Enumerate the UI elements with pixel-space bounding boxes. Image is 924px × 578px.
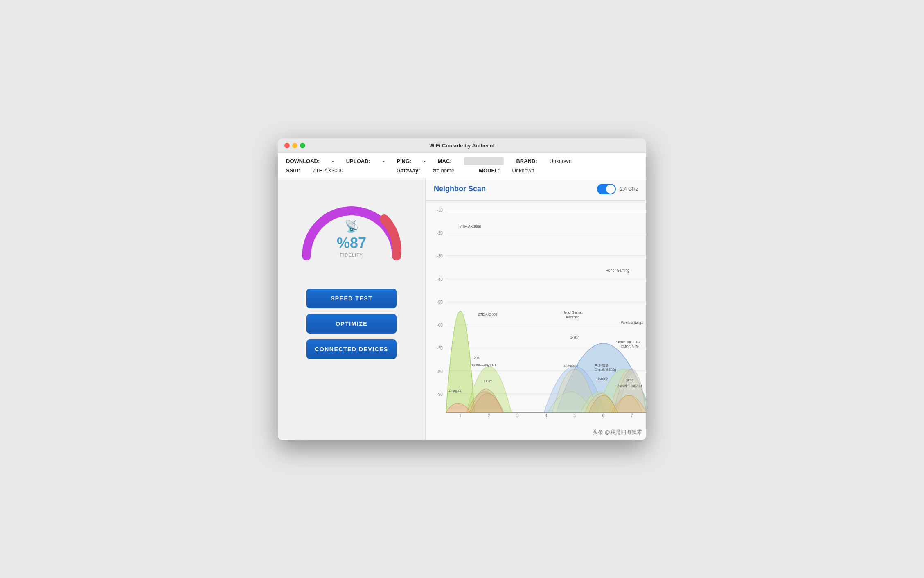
ping-label: PING:	[397, 158, 411, 164]
right-panel: Neighbor Scan 2.4 GHz -10 -20 -30 -40	[425, 178, 646, 440]
ssid-value: ZTE-AX3000	[313, 167, 343, 174]
svg-text:4: 4	[545, 413, 548, 418]
svg-text:zhengzb: zhengzb	[449, 388, 461, 393]
connected-devices-button[interactable]: CONNECTED DEVICES	[306, 339, 397, 359]
svg-text:1kv0202: 1kv0202	[596, 377, 608, 381]
gauge-label: FIDELITY	[337, 253, 366, 257]
svg-text:CMCC-3qTe: CMCC-3qTe	[621, 344, 639, 349]
gateway-value: zte.home	[433, 167, 454, 174]
svg-text:5: 5	[574, 413, 576, 418]
minimize-button[interactable]	[292, 143, 297, 148]
svg-text:-10: -10	[437, 207, 443, 212]
svg-text:2: 2	[488, 413, 490, 418]
brand-value: Unknown	[550, 158, 572, 164]
svg-text:6: 6	[602, 413, 604, 418]
model-label: MODEL:	[479, 167, 500, 174]
download-value: -	[332, 158, 334, 164]
app-window: WiFi Console by Ambeent DOWNLOAD: - UPLO…	[278, 138, 646, 440]
fullscreen-button[interactable]	[300, 143, 305, 148]
svg-text:-40: -40	[437, 276, 443, 282]
svg-text:-60: -60	[437, 322, 443, 327]
upload-value: -	[383, 158, 384, 164]
gauge-container: 📡 %87 FIDELITY	[294, 186, 409, 268]
window-title: WiFi Console by Ambeent	[429, 142, 495, 149]
info-bar: DOWNLOAD: - UPLOAD: - PING: - MAC: BRAND…	[278, 153, 646, 178]
titlebar: WiFi Console by Ambeent	[278, 138, 646, 153]
ssid-label: SSID:	[286, 167, 300, 174]
neighbor-header: Neighbor Scan 2.4 GHz	[426, 178, 646, 201]
traffic-lights	[284, 143, 305, 148]
svg-text:1: 1	[459, 413, 462, 418]
svg-text:ZTE-AX3000: ZTE-AX3000	[478, 312, 497, 316]
neighbor-chart: -10 -20 -30 -40 -50 -60 -70 -80	[426, 201, 646, 440]
gauge-center: 📡 %87 FIDELITY	[337, 219, 366, 257]
optimize-button[interactable]: OPTIMIZE	[306, 314, 397, 334]
svg-text:206: 206	[474, 355, 480, 360]
brand-label: BRAND:	[516, 158, 537, 164]
download-label: DOWNLOAD:	[286, 158, 320, 164]
svg-text:1004Y: 1004Y	[483, 379, 492, 383]
svg-text:-70: -70	[437, 345, 443, 350]
info-row-1: DOWNLOAD: - UPLOAD: - PING: - MAC: BRAND…	[286, 157, 638, 165]
svg-text:Chromium_2.4G: Chromium_2.4G	[616, 340, 640, 344]
upload-label: UPLOAD:	[346, 158, 370, 164]
svg-text:UU加速盒: UU加速盒	[594, 363, 609, 367]
gateway-label: Gateway:	[397, 167, 420, 174]
watermark: 头条 @我是四海飘零	[593, 429, 642, 436]
svg-text:-30: -30	[437, 253, 443, 258]
neighbor-scan-toggle[interactable]	[597, 184, 616, 194]
left-panel: 📡 %87 FIDELITY SPEED TEST OPTIMIZE CONNE…	[278, 178, 425, 440]
svg-text:peng1: peng1	[634, 321, 643, 325]
action-buttons: SPEED TEST OPTIMIZE CONNECTED DEVICES	[306, 289, 397, 359]
svg-text:2-707: 2-707	[570, 335, 579, 340]
svg-text:-90: -90	[437, 391, 443, 397]
svg-text:Honor Gaming: Honor Gaming	[606, 268, 629, 273]
mac-value	[464, 157, 504, 165]
svg-text:electronic: electronic	[566, 315, 579, 319]
svg-text:ZTE-AX3000: ZTE-AX3000	[460, 224, 481, 229]
svg-text:-80: -80	[437, 368, 443, 374]
neighbor-scan-title: Neighbor Scan	[434, 185, 593, 193]
svg-text:3: 3	[516, 413, 519, 418]
toggle-knob	[606, 185, 615, 194]
svg-text:-50: -50	[437, 299, 443, 305]
model-value: Unknown	[512, 167, 534, 174]
speed-test-button[interactable]: SPEED TEST	[306, 289, 397, 308]
info-row-2: SSID: ZTE-AX3000 Gateway: zte.home MODEL…	[286, 167, 638, 174]
close-button[interactable]	[284, 143, 290, 148]
svg-text:Honor Gaming: Honor Gaming	[563, 310, 583, 314]
main-content: 📡 %87 FIDELITY SPEED TEST OPTIMIZE CONNE…	[278, 178, 646, 440]
frequency-label: 2.4 GHz	[620, 186, 638, 192]
svg-text:7: 7	[631, 413, 633, 418]
svg-text:ChinaNet-fD2g: ChinaNet-fD2g	[595, 367, 616, 372]
ping-value: -	[424, 158, 425, 164]
mac-label: MAC:	[438, 158, 452, 164]
router-icon: 📡	[337, 219, 366, 233]
svg-text:peng: peng	[626, 377, 633, 382]
gauge-percent: %87	[337, 235, 366, 252]
svg-text:4239de52: 4239de52	[564, 364, 579, 368]
svg-text:360WiFi-60DA01: 360WiFi-60DA01	[618, 384, 642, 388]
chart-area: -10 -20 -30 -40 -50 -60 -70 -80	[426, 201, 646, 440]
svg-text:-20: -20	[437, 230, 443, 235]
svg-text:360WiFi-Amy2021: 360WiFi-Amy2021	[471, 363, 496, 367]
